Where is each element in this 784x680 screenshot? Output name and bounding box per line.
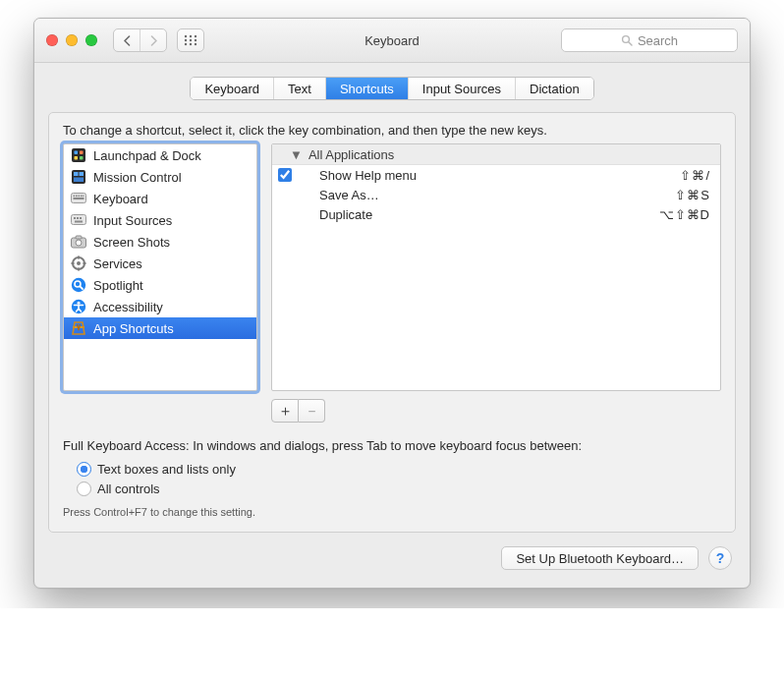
tab-input-sources[interactable]: Input Sources [409, 78, 516, 99]
category-app-shortcuts[interactable]: App Shortcuts [64, 317, 256, 339]
svg-point-3 [185, 39, 187, 41]
toolbar-nav [113, 28, 204, 52]
svg-rect-26 [74, 198, 84, 199]
forward-button[interactable] [140, 29, 166, 51]
svg-rect-27 [72, 215, 86, 225]
fka-option[interactable]: Text boxes and lists only [77, 459, 721, 479]
shortcut-group-header[interactable]: ▼ All Applications [272, 144, 720, 165]
svg-point-7 [190, 43, 192, 45]
add-shortcut-button[interactable]: ＋ [271, 399, 299, 423]
svg-rect-14 [75, 156, 79, 160]
tab-dictation[interactable]: Dictation [516, 78, 593, 99]
category-label: Accessibility [93, 300, 163, 314]
svg-rect-19 [74, 178, 84, 183]
shortcut-row[interactable]: Duplicate⌥⇧⌘D [272, 204, 720, 224]
window-controls [34, 34, 97, 46]
fka-option[interactable]: All controls [77, 479, 721, 498]
spotlight-icon [71, 277, 86, 293]
services-icon [71, 255, 86, 271]
fka-radio[interactable] [77, 482, 91, 496]
shortcut-label: Duplicate [319, 207, 659, 222]
category-input-sources[interactable]: Input Sources [64, 209, 256, 231]
svg-point-40 [77, 261, 81, 265]
show-all-button[interactable] [177, 28, 204, 52]
search-wrap: Search [561, 28, 738, 52]
svg-point-2 [195, 35, 196, 37]
svg-point-4 [190, 39, 192, 41]
shortcut-group-title: All Applications [308, 147, 394, 162]
input-sources-icon [71, 212, 86, 228]
svg-point-6 [185, 43, 187, 45]
fka-option-label: Text boxes and lists only [97, 462, 236, 477]
instruction-text: To change a shortcut, select it, click t… [63, 123, 721, 138]
category-label: Spotlight [93, 278, 143, 293]
category-label: Input Sources [93, 213, 172, 228]
mission-control-icon [71, 169, 86, 185]
svg-rect-11 [72, 148, 85, 162]
search-input[interactable]: Search [561, 28, 738, 52]
titlebar: Keyboard Search [34, 19, 750, 63]
category-accessibility[interactable]: Accessibility [64, 296, 256, 317]
svg-rect-23 [79, 196, 81, 198]
preferences-window: Keyboard Search KeyboardTextShortcutsInp… [33, 18, 751, 589]
close-window-button[interactable] [46, 34, 58, 46]
svg-rect-18 [80, 172, 84, 176]
tab-text[interactable]: Text [274, 78, 326, 99]
full-keyboard-access-options: Text boxes and lists onlyAll controls [77, 459, 721, 498]
fka-radio[interactable] [77, 462, 91, 477]
category-spotlight[interactable]: Spotlight [64, 274, 256, 296]
shortcut-list[interactable]: ▼ All Applications Show Help menu⇧⌘/Save… [271, 143, 721, 391]
svg-rect-17 [74, 172, 79, 176]
shortcut-label: Save As… [319, 188, 675, 202]
svg-rect-29 [77, 217, 79, 219]
shortcut-keys[interactable]: ⌥⇧⌘D [659, 207, 710, 222]
svg-point-5 [195, 39, 196, 41]
shortcut-row[interactable]: Save As…⇧⌘S [272, 185, 720, 204]
tab-keyboard[interactable]: Keyboard [191, 78, 274, 99]
svg-rect-31 [75, 221, 83, 223]
svg-rect-21 [74, 196, 76, 198]
category-launchpad-dock[interactable]: Launchpad & Dock [64, 144, 256, 166]
category-label: Launchpad & Dock [93, 148, 201, 163]
zoom-window-button[interactable] [85, 34, 97, 46]
category-label: Services [93, 256, 142, 271]
category-screen-shots[interactable]: Screen Shots [64, 231, 256, 253]
category-keyboard[interactable]: Keyboard [64, 188, 256, 209]
category-services[interactable]: Services [64, 253, 256, 274]
remove-shortcut-button[interactable]: － [299, 399, 325, 423]
svg-rect-30 [80, 217, 82, 219]
svg-point-0 [185, 35, 187, 37]
svg-rect-28 [74, 217, 76, 219]
svg-point-45 [78, 302, 81, 305]
shortcut-keys[interactable]: ⇧⌘/ [680, 168, 710, 183]
svg-rect-22 [76, 196, 78, 198]
search-placeholder: Search [638, 33, 678, 48]
svg-rect-15 [80, 156, 84, 160]
fka-option-label: All controls [97, 482, 160, 496]
svg-line-10 [629, 42, 632, 45]
category-mission-control[interactable]: Mission Control [64, 166, 256, 188]
full-keyboard-access-hint: Press Control+F7 to change this setting. [63, 506, 721, 518]
shortcut-row[interactable]: Show Help menu⇧⌘/ [272, 165, 720, 185]
keyboard-icon [71, 191, 86, 206]
tab-shortcuts[interactable]: Shortcuts [326, 78, 409, 99]
search-icon [621, 34, 633, 46]
svg-rect-13 [80, 151, 84, 155]
category-label: App Shortcuts [93, 321, 174, 336]
disclosure-triangle-icon[interactable]: ▼ [290, 147, 303, 162]
svg-point-1 [190, 35, 192, 37]
minimize-window-button[interactable] [66, 34, 78, 46]
shortcut-keys[interactable]: ⇧⌘S [675, 188, 710, 202]
help-button[interactable]: ? [708, 546, 732, 570]
back-button[interactable] [114, 29, 140, 51]
category-label: Mission Control [93, 170, 182, 185]
shortcut-enabled-checkbox[interactable] [278, 168, 292, 182]
full-keyboard-access-label: Full Keyboard Access: In windows and dia… [63, 438, 721, 453]
svg-rect-12 [75, 151, 79, 155]
bluetooth-keyboard-button[interactable]: Set Up Bluetooth Keyboard… [501, 546, 699, 570]
category-list[interactable]: Launchpad & DockMission ControlKeyboardI… [63, 143, 257, 391]
shortcuts-panel: To change a shortcut, select it, click t… [48, 112, 736, 533]
tab-bar: KeyboardTextShortcutsInput SourcesDictat… [34, 63, 750, 100]
launchpad-icon [71, 147, 86, 163]
columns: Launchpad & DockMission ControlKeyboardI… [63, 143, 721, 423]
